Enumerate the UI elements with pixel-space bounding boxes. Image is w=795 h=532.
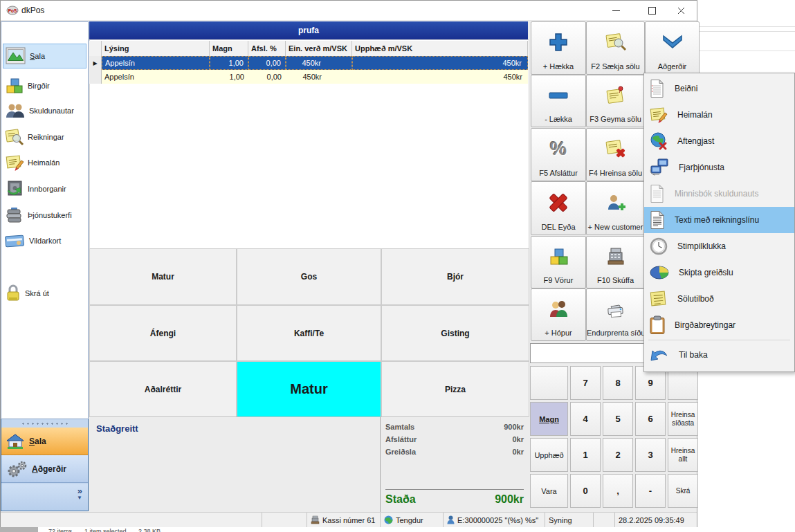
numpad-upphaed-button[interactable]: Upphæð — [530, 438, 568, 472]
numpad-blank[interactable] — [530, 366, 568, 400]
numpad-vara-button[interactable]: Vara — [530, 474, 568, 508]
col-lysing[interactable]: Lýsing — [102, 41, 210, 56]
category-button-adalrettir[interactable]: Aðalréttir — [89, 361, 237, 417]
sidebar-item-skuldunautar[interactable]: Skuldunautar — [3, 98, 86, 123]
hreinsa-solu-button[interactable]: F4 Hreinsa sölu — [586, 128, 645, 181]
minus-icon — [547, 91, 570, 100]
table-header-row: Lýsing Magn Afsl. % Ein. verð m/VSK Upph… — [89, 41, 528, 57]
col-magn[interactable]: Magn — [210, 41, 248, 56]
vorur-button[interactable]: F9 Vörur — [531, 236, 586, 288]
category-button-kaffi-te[interactable]: Kaffi/Te — [237, 305, 381, 361]
sidebar-item-heimalan[interactable]: Heimalán — [3, 150, 86, 175]
eyda-button[interactable]: DEL Eyða — [531, 181, 586, 235]
menu-item-birgdabreytingar[interactable]: Birgðabreytingar — [644, 312, 794, 338]
sale-title-bar: prufa — [89, 21, 528, 39]
menu-item-fjarthjonusta[interactable]: Fjarþjónusta — [644, 154, 794, 181]
haekka-button[interactable]: + Hækka — [531, 21, 586, 75]
status-empty — [262, 513, 307, 527]
sidebar-item-sala[interactable]: Sala — [3, 44, 86, 68]
picture-icon — [6, 47, 26, 65]
numpad-5[interactable]: 5 — [603, 402, 633, 436]
col-afsl[interactable]: Afsl. % — [248, 41, 286, 56]
chevron-down-icon: ▼ — [1, 495, 82, 501]
minimize-button[interactable] — [600, 1, 632, 20]
hopur-button[interactable]: + Hópur — [531, 288, 586, 341]
close-icon — [677, 7, 685, 15]
category-button-gos[interactable]: Gos — [237, 248, 381, 305]
laekka-button[interactable]: - Lækka — [531, 75, 586, 127]
geyma-solu-button[interactable]: F3 Geyma sölu — [586, 75, 645, 127]
menu-item-heimalan[interactable]: Heimalán — [644, 102, 794, 128]
menu-item-stimpilklukka[interactable]: Stimpilklukka — [644, 233, 794, 259]
stada-value: 900kr — [495, 493, 524, 506]
menu-separator — [648, 340, 790, 340]
numpad-skra-button[interactable]: Skrá — [668, 474, 698, 508]
status-bar: Kassi númer 61 Tengdur E:300000025 "(%s)… — [1, 512, 697, 527]
sidebar-item-innborganir[interactable]: Innborganir — [3, 176, 86, 201]
menu-item-texti-med-reikningslinu[interactable]: Texti með reikningslínu — [644, 207, 794, 233]
sidebar-item-skra-ut[interactable]: Skrá út — [3, 281, 86, 306]
title-bar: PoS dkPos — [1, 1, 697, 21]
adgerdir-dropdown-menu: Beiðni Heimalán Aftengjast Fjarþ — [643, 73, 795, 372]
numpad-comma[interactable]: , — [603, 474, 633, 508]
menu-item-til-baka[interactable]: Til baka — [644, 342, 794, 368]
numpad-magn-button[interactable]: Magn — [530, 402, 568, 436]
saekja-solu-button[interactable]: F2 Sækja sölu — [586, 21, 645, 75]
col-ein-verd[interactable]: Ein. verð m/VSK — [286, 41, 352, 56]
numpad-6[interactable]: 6 — [635, 402, 666, 436]
row-selector: ▶ — [89, 56, 102, 70]
sale-title: prufa — [298, 26, 319, 35]
menu-item-solutilbod[interactable]: Sölutilboð — [644, 286, 794, 312]
menu-item-beidni[interactable]: Beiðni — [644, 75, 794, 102]
cubes-icon — [548, 247, 569, 266]
sidebar-item-vildarkort[interactable]: Vildarkort — [3, 228, 86, 253]
category-button-matur-selected[interactable]: Matur — [237, 361, 381, 417]
table-row[interactable]: ▶ Appelsín 1,00 0,00 450kr 450kr — [89, 56, 528, 70]
afslattur-button[interactable]: % F5 Afsláttur — [531, 128, 586, 181]
maximize-button[interactable] — [636, 1, 668, 20]
table-row[interactable]: Appelsín 1,00 0,00 450kr 450kr — [89, 70, 528, 84]
category-button-bjor[interactable]: Bjór — [381, 248, 529, 305]
category-button-gisting[interactable]: Gisting — [381, 305, 529, 361]
numpad-2[interactable]: 2 — [603, 438, 633, 472]
sidebar-item-thjonustukerfi[interactable]: Þjónustukerfi — [3, 203, 86, 228]
category-button-afengi[interactable]: Áfengi — [89, 305, 237, 361]
endurprenta-button[interactable]: Endurprenta síðustu — [586, 288, 645, 341]
menu-item-minnisbok-skuldunauts[interactable]: Minnisbók skuldunauts — [644, 181, 794, 207]
numpad-hreinsa-allt-button[interactable]: Hreinsa allt — [668, 438, 698, 472]
sidebar-item-reikningar[interactable]: Reikningar — [3, 125, 86, 149]
numpad-4[interactable]: 4 — [570, 402, 601, 436]
numpad-hreinsa-sidasta-button[interactable]: Hreinsa síðasta — [668, 402, 698, 436]
payment-method-label: Staðgreitt — [96, 423, 138, 434]
numpad-7[interactable]: 7 — [570, 366, 601, 400]
people-icon — [5, 102, 26, 119]
sidebar-item-birgdir[interactable]: Birgðir — [3, 73, 86, 98]
safe-icon — [5, 180, 24, 198]
close-button[interactable] — [665, 1, 697, 20]
numpad-minus[interactable]: - — [635, 474, 666, 508]
category-button-matur[interactable]: Matur — [89, 248, 237, 305]
stada-label: Staða — [385, 493, 416, 506]
category-button-pizza[interactable]: Pizza — [381, 361, 529, 417]
nav-button-adgerdir[interactable]: Aðgerðir — [1, 455, 88, 483]
menu-item-skipta-greidslu[interactable]: Skipta greiðslu — [644, 259, 794, 286]
sidebar-item-label: Heimalán — [28, 158, 60, 167]
numpad-8[interactable]: 8 — [603, 366, 633, 400]
nav-button-label: Sala — [29, 437, 46, 446]
adgerdir-menu-button[interactable]: Aðgerðir — [645, 21, 700, 75]
nav-button-sala[interactable]: Sala — [1, 428, 88, 455]
afslattur-value: 0kr — [512, 435, 524, 443]
menu-item-aftengjast[interactable]: Aftengjast — [644, 128, 794, 154]
items-count-text: 72 items — [48, 528, 72, 532]
col-upphaed[interactable]: Upphæð m/VSK — [352, 41, 528, 56]
plus-icon — [547, 31, 570, 53]
nav-overflow-button[interactable]: » ▼ — [1, 484, 88, 510]
new-customer-button[interactable]: + New customer — [586, 181, 645, 235]
cubes-icon — [5, 77, 24, 95]
skuffa-button[interactable]: F10 Skúffa — [586, 236, 645, 288]
numpad-1[interactable]: 1 — [570, 438, 601, 472]
splitter-grip[interactable] — [21, 422, 69, 425]
numpad-3[interactable]: 3 — [635, 438, 666, 472]
globe-icon — [384, 515, 393, 524]
numpad-0[interactable]: 0 — [570, 474, 601, 508]
